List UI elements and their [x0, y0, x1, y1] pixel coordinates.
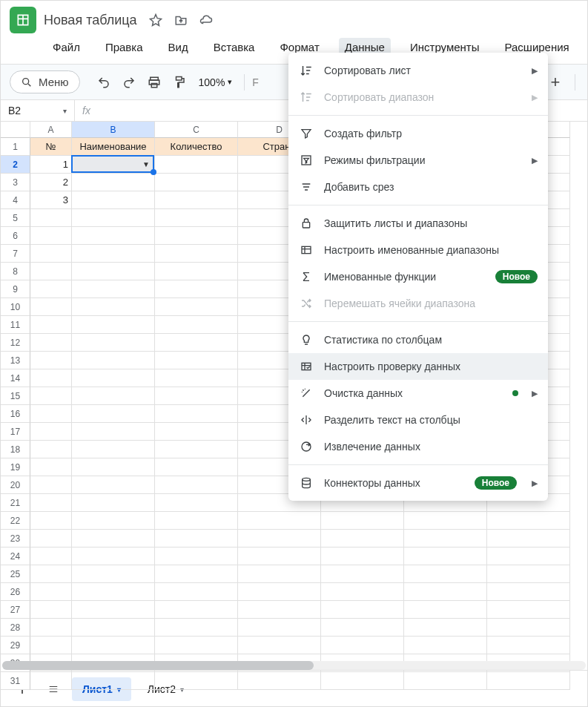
cell[interactable] — [30, 316, 72, 334]
scrollbar-thumb[interactable] — [2, 661, 314, 670]
cell[interactable] — [155, 583, 238, 601]
sheets-logo[interactable] — [10, 7, 36, 33]
cell[interactable] — [30, 369, 72, 387]
cell[interactable] — [155, 494, 238, 512]
cell[interactable] — [30, 476, 72, 494]
cell[interactable] — [155, 263, 238, 280]
cell[interactable] — [487, 547, 570, 565]
cell[interactable] — [321, 637, 404, 654]
cell[interactable] — [238, 512, 321, 530]
row-header[interactable]: 26 — [1, 583, 30, 601]
cell[interactable] — [155, 619, 238, 637]
row-header[interactable]: 1 — [1, 138, 30, 156]
cell[interactable] — [404, 530, 487, 547]
cloud-icon[interactable] — [198, 13, 214, 27]
cell[interactable] — [72, 601, 155, 619]
cell[interactable] — [30, 423, 72, 441]
cell[interactable] — [30, 387, 72, 405]
zoom-select[interactable]: 100% ▾ — [194, 76, 237, 88]
row-header[interactable]: 13 — [1, 352, 30, 369]
cell[interactable] — [155, 209, 238, 227]
cell[interactable] — [238, 565, 321, 583]
cell[interactable] — [404, 672, 487, 690]
cell[interactable] — [155, 156, 238, 174]
row-header[interactable]: 17 — [1, 423, 30, 441]
menu-search-pill[interactable]: Меню — [10, 70, 80, 93]
row-header[interactable]: 10 — [1, 298, 30, 316]
cell[interactable] — [30, 298, 72, 316]
cell[interactable] — [72, 405, 155, 423]
cell[interactable] — [155, 191, 238, 209]
cell[interactable] — [321, 619, 404, 637]
cell[interactable] — [72, 334, 155, 352]
cell[interactable] — [321, 583, 404, 601]
row-header[interactable]: 5 — [1, 209, 30, 227]
cell[interactable] — [487, 601, 570, 619]
cell[interactable] — [30, 601, 72, 619]
cell[interactable] — [72, 565, 155, 583]
redo-button[interactable] — [119, 72, 139, 93]
cell[interactable] — [321, 565, 404, 583]
cell[interactable] — [155, 672, 238, 690]
row-header[interactable]: 31 — [1, 672, 30, 690]
cell[interactable] — [72, 476, 155, 494]
cell[interactable] — [155, 298, 238, 316]
cell[interactable]: Количество — [155, 138, 238, 156]
cell[interactable] — [30, 547, 72, 565]
cell[interactable] — [30, 280, 72, 298]
cell[interactable] — [155, 369, 238, 387]
row-header[interactable]: 18 — [1, 441, 30, 458]
menu-column-stats[interactable]: Статистика по столбцам — [288, 326, 548, 353]
cell[interactable] — [487, 637, 570, 654]
cell[interactable] — [72, 227, 155, 245]
row-header[interactable]: 20 — [1, 476, 30, 494]
cell[interactable] — [155, 530, 238, 547]
row-header[interactable]: 12 — [1, 334, 30, 352]
row-header[interactable]: 2 — [1, 156, 30, 174]
row-header[interactable]: 23 — [1, 530, 30, 547]
row-header[interactable]: 19 — [1, 458, 30, 476]
row-header[interactable]: 25 — [1, 565, 30, 583]
cell[interactable]: 2 — [30, 174, 72, 191]
cell[interactable]: № — [30, 138, 72, 156]
cell[interactable] — [72, 174, 155, 191]
row-header[interactable]: 27 — [1, 601, 30, 619]
cell[interactable] — [72, 583, 155, 601]
cell[interactable] — [72, 387, 155, 405]
print-button[interactable] — [144, 72, 165, 93]
cell[interactable] — [238, 619, 321, 637]
cell[interactable] — [404, 619, 487, 637]
cell[interactable] — [155, 316, 238, 334]
cell[interactable] — [30, 441, 72, 458]
cell[interactable] — [72, 245, 155, 263]
cell[interactable] — [30, 494, 72, 512]
row-header[interactable]: 8 — [1, 263, 30, 280]
cell[interactable] — [72, 352, 155, 369]
cell[interactable] — [321, 530, 404, 547]
cell[interactable] — [72, 458, 155, 476]
cell[interactable] — [30, 565, 72, 583]
row-header[interactable]: 9 — [1, 280, 30, 298]
cell[interactable] — [30, 512, 72, 530]
menu-filter-views[interactable]: Режимы фильтрации ▶ — [288, 147, 548, 174]
menu-add-slicer[interactable]: Добавить срез — [288, 174, 548, 200]
cell[interactable] — [321, 512, 404, 530]
row-header[interactable]: 7 — [1, 245, 30, 263]
cell[interactable] — [155, 405, 238, 423]
cell[interactable] — [72, 423, 155, 441]
cell[interactable] — [30, 334, 72, 352]
menu-sort-sheet[interactable]: Сортировать лист ▶ — [288, 57, 548, 84]
cell[interactable] — [487, 530, 570, 547]
cell[interactable] — [487, 672, 570, 690]
cell[interactable] — [404, 547, 487, 565]
row-header[interactable]: 14 — [1, 369, 30, 387]
cell[interactable] — [72, 619, 155, 637]
cell[interactable] — [321, 672, 404, 690]
cell[interactable] — [72, 369, 155, 387]
cell[interactable] — [238, 547, 321, 565]
cell[interactable] — [155, 458, 238, 476]
cell[interactable] — [238, 637, 321, 654]
menu-connectors[interactable]: Коннекторы данных Новое ▶ — [288, 470, 548, 496]
menu-named-ranges[interactable]: Настроить именованные диапазоны — [288, 237, 548, 263]
cell[interactable] — [155, 280, 238, 298]
